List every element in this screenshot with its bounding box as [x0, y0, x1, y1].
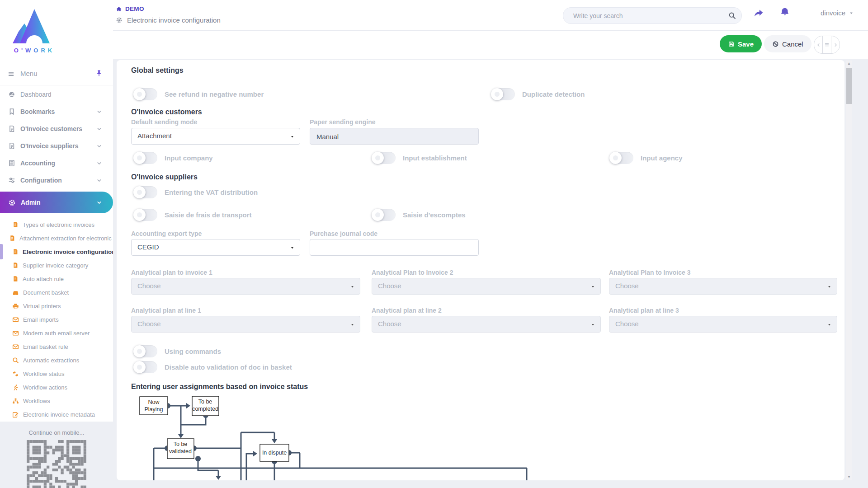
- caret-down-icon: [350, 323, 354, 327]
- chevron-down-icon: [96, 178, 102, 183]
- sidebar-subitem-automatic-extractions[interactable]: Automatic extractions: [0, 354, 113, 366]
- analytical-plan-line-3-select[interactable]: Choose: [609, 316, 837, 333]
- app-window: O'WORK DEMO Electronic invoice configura…: [0, 0, 868, 488]
- sidebar-subitem-electronic-invoice-metadata[interactable]: Electronic invoice metadata: [0, 408, 113, 421]
- inbox-icon: [12, 289, 19, 296]
- purchase-journal-code-input[interactable]: [316, 240, 475, 256]
- toggle-knob: [133, 345, 146, 357]
- chevron-down-icon: [96, 200, 102, 206]
- page-title-row: Electronic invoice configuration: [116, 16, 221, 24]
- pager-next-button[interactable]: [831, 36, 840, 53]
- cancel-button[interactable]: Cancel: [764, 35, 811, 52]
- default-sending-mode-select[interactable]: Attachment: [131, 128, 300, 145]
- printer-icon: [12, 303, 19, 310]
- section-title-oinvoice-customers: O'Invoice customers: [131, 108, 202, 116]
- sidebar-subitem-workflow-actions[interactable]: Workflow actions: [0, 381, 113, 394]
- caret-down-icon: [827, 285, 831, 289]
- analytical-plan-invoice-3-select[interactable]: Choose: [609, 278, 837, 295]
- sidebar-item-oinvoice-suppliers[interactable]: O'Invoice suppliers: [0, 137, 113, 155]
- using-commands-toggle[interactable]: [134, 345, 157, 357]
- save-button-label: Save: [738, 40, 754, 48]
- input-establishment-toggle[interactable]: [372, 152, 396, 164]
- section-title-oinvoice-suppliers: O'Invoice suppliers: [131, 173, 198, 181]
- magnifier-icon: [12, 357, 19, 364]
- sidebar-subitem-modern-auth-email-server[interactable]: Modern auth email server: [0, 327, 113, 339]
- select-placeholder: Choose: [615, 320, 639, 328]
- pager-previous-button[interactable]: [814, 36, 822, 53]
- pager-list-button[interactable]: [822, 36, 831, 53]
- analytical-plan-line-3-label: Analytical plan at line 3: [609, 307, 679, 314]
- select-value: Attachment: [137, 132, 172, 140]
- caret-down-icon: [591, 285, 595, 289]
- sidebar-subitem-email-basket-rule[interactable]: Email basket rule: [0, 340, 113, 353]
- sidebar-item-oinvoice-customers[interactable]: O'Invoice customers: [0, 120, 113, 137]
- bell-icon[interactable]: [779, 7, 790, 18]
- sidebar-subitem-electronic-invoice-configuration[interactable]: Electronic invoice configuration: [0, 245, 113, 258]
- share-icon[interactable]: [753, 8, 764, 19]
- disable-auto-validation-toggle[interactable]: [134, 361, 157, 373]
- input-agency-toggle[interactable]: [610, 152, 633, 164]
- scrollbar-thumb[interactable]: [846, 68, 852, 104]
- document-icon: [9, 235, 15, 241]
- sidebar-item-accounting[interactable]: Accounting: [0, 155, 113, 172]
- sidebar-item-dashboard[interactable]: Dashboard: [0, 86, 113, 103]
- document-icon: [12, 249, 19, 255]
- runner-icon: [12, 384, 19, 391]
- vertical-scrollbar[interactable]: ▲ ▼: [846, 61, 852, 480]
- cancel-button-label: Cancel: [782, 40, 803, 48]
- toggle-knob: [133, 209, 146, 221]
- sidebar-item-bookmarks[interactable]: Bookmarks: [0, 103, 113, 120]
- escomptes-toggle[interactable]: [372, 209, 396, 221]
- analytical-plan-invoice-1-select[interactable]: Choose: [131, 278, 360, 295]
- hamburger-icon[interactable]: [7, 70, 15, 78]
- input-company-toggle[interactable]: [134, 152, 157, 164]
- envelope-icon: [12, 330, 19, 337]
- node-label: validated: [169, 448, 192, 455]
- search-icon[interactable]: [728, 12, 736, 19]
- see-refund-toggle[interactable]: [134, 88, 157, 100]
- analytical-plan-line-2-select[interactable]: Choose: [372, 316, 601, 333]
- scroll-up-arrow[interactable]: ▲: [846, 61, 852, 67]
- sidebar-subitem-attachment-extraction[interactable]: Attachment extraction for electronic inv…: [0, 232, 113, 244]
- workflow-diagram: Now Playing To be completed To be valida…: [135, 394, 587, 480]
- select-placeholder: Choose: [137, 320, 161, 328]
- sidebar-subitem-types-of-electronic-invoices[interactable]: Types of electronic invoices: [0, 218, 113, 231]
- document-icon: [8, 125, 15, 132]
- sidebar-subitem-supplier-invoice-category[interactable]: Supplier invoice category: [0, 259, 113, 272]
- sidebar-subitem-workflow-status[interactable]: Workflow status: [0, 367, 113, 380]
- scroll-down-arrow[interactable]: ▼: [846, 474, 852, 480]
- menu-label: Menu: [20, 70, 38, 77]
- toggle-knob: [491, 88, 503, 100]
- chevron-down-icon: [96, 126, 102, 132]
- username: dinvoice: [821, 9, 845, 17]
- user-menu[interactable]: dinvoice: [821, 9, 854, 17]
- duplicate-detection-toggle[interactable]: [491, 88, 515, 100]
- duplicate-detection-label: Duplicate detection: [522, 89, 585, 99]
- shoeprints-icon: [12, 371, 19, 377]
- select-placeholder: Choose: [378, 282, 401, 290]
- sidebar-subitem-virtual-printers[interactable]: Virtual printers: [0, 300, 113, 312]
- sidebar-item-configuration[interactable]: Configuration: [0, 172, 113, 189]
- pin-icon[interactable]: [95, 70, 103, 77]
- sidebar-subitem-document-basket[interactable]: Document basket: [0, 286, 113, 299]
- sidebar-item-admin[interactable]: Admin: [0, 192, 113, 213]
- node-label: Now: [148, 399, 160, 405]
- analytical-plan-invoice-3-label: Analytical Plan to Invoice 3: [609, 269, 691, 276]
- input-establishment-label: Input establishment: [403, 153, 467, 163]
- breadcrumb[interactable]: DEMO: [116, 5, 144, 12]
- search-input[interactable]: [572, 8, 723, 23]
- chevron-right-icon: [833, 42, 838, 47]
- sidebar-subitem-email-imports[interactable]: Email imports: [0, 313, 113, 326]
- vat-distribution-toggle[interactable]: [134, 186, 157, 198]
- save-button[interactable]: Save: [720, 35, 762, 52]
- analytical-plan-line-1-select[interactable]: Choose: [131, 316, 360, 333]
- accounting-export-type-select[interactable]: CEGID: [131, 239, 300, 256]
- caret-down-icon: [290, 246, 294, 250]
- analytical-plan-invoice-2-select[interactable]: Choose: [372, 278, 601, 295]
- calculator-icon: [8, 160, 15, 167]
- caret-down-icon: [591, 323, 595, 327]
- sidebar-subitem-workflows[interactable]: Workflows: [0, 394, 113, 407]
- caret-down-icon: [350, 285, 354, 289]
- frais-transport-toggle[interactable]: [134, 209, 157, 221]
- sidebar-subitem-auto-attach-rule[interactable]: Auto attach rule: [0, 272, 113, 285]
